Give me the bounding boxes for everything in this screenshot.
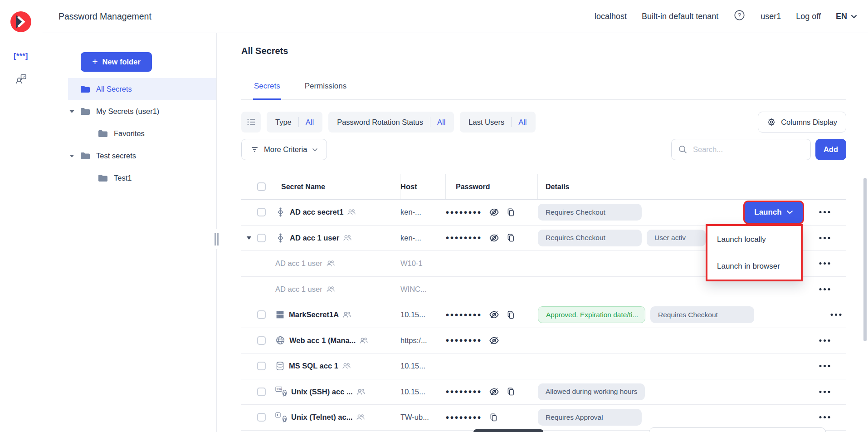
row-actions-menu-button[interactable] <box>827 310 845 319</box>
filter-icon <box>250 145 259 154</box>
user-help-icon[interactable]: ? <box>15 73 27 88</box>
secret-name[interactable]: AD acc 1 user <box>275 259 322 268</box>
copy-password-icon[interactable] <box>506 207 516 217</box>
column-header-secret-name[interactable]: Secret Name <box>275 174 400 199</box>
row-checkbox[interactable] <box>257 362 266 370</box>
column-header-host[interactable]: Host <box>400 174 446 199</box>
select-all-checkbox[interactable] <box>257 182 266 191</box>
row-expander-icon[interactable] <box>246 236 252 240</box>
launch-button[interactable]: Launch <box>745 202 803 223</box>
filter-value: All <box>306 118 314 127</box>
filter-value: All <box>437 118 445 127</box>
copy-password-icon[interactable] <box>506 310 516 320</box>
password-management-app: [***] ? Password Management localhost Bu… <box>0 0 868 432</box>
reveal-password-icon[interactable] <box>489 309 499 320</box>
row-checkbox[interactable] <box>257 413 266 422</box>
secret-name[interactable]: MS SQL acc 1 <box>289 362 338 370</box>
caret-down-icon[interactable] <box>68 110 80 113</box>
sidebar-item-label: Favorites <box>114 129 145 138</box>
language-selector[interactable]: EN <box>836 12 857 21</box>
row-actions-menu-button[interactable] <box>816 388 834 396</box>
new-folder-button[interactable]: + New folder <box>81 52 152 72</box>
sidebar-item-all-secrets[interactable]: All Secrets <box>68 78 216 100</box>
caret-down-icon[interactable] <box>68 154 80 158</box>
copy-password-icon[interactable] <box>489 412 498 422</box>
host-value: W10-1 <box>400 259 446 268</box>
copy-password-icon[interactable] <box>506 387 516 397</box>
divider <box>511 117 512 127</box>
secret-name[interactable]: Web acc 1 (Mana... <box>289 336 356 345</box>
row-checkbox[interactable] <box>257 208 266 216</box>
topbar: Password Management localhost Built-in d… <box>42 0 868 33</box>
search-icon <box>678 145 688 154</box>
help-icon[interactable]: ? <box>733 9 746 24</box>
filter-pill-last-users[interactable]: Last UsersAll <box>460 112 535 133</box>
row-actions-menu-button[interactable] <box>816 208 834 216</box>
tab-permissions[interactable]: Permissions <box>304 82 348 100</box>
sidebar-item-my-secrets-user1[interactable]: My Secrets (user1) <box>68 100 216 123</box>
row-actions-menu-button[interactable] <box>816 413 834 422</box>
filter-pill-password-rotation-status[interactable]: Password Rotation StatusAll <box>328 112 454 133</box>
secret-name[interactable]: AD acc 1 user <box>275 285 322 294</box>
filter-pill-type[interactable]: TypeAll <box>267 112 322 133</box>
menu-item-launch-locally[interactable]: Launch locally <box>707 226 801 253</box>
sidebar-item-favorites[interactable]: Favorites <box>68 123 216 145</box>
tab-secrets[interactable]: Secrets <box>253 82 281 100</box>
list-view-toggle[interactable] <box>241 112 261 133</box>
row-actions-menu-button[interactable] <box>816 285 834 294</box>
more-criteria-button[interactable]: More Criteria <box>241 139 327 160</box>
logoff-button[interactable]: Log off <box>796 12 821 21</box>
row-actions-menu-button[interactable] <box>816 234 834 242</box>
copy-password-icon[interactable] <box>506 233 516 243</box>
shared-users-icon <box>343 235 351 241</box>
host-value: https:/... <box>400 336 446 345</box>
horizontal-scrollbar-thumb[interactable] <box>473 429 543 432</box>
status-badge: User activ <box>647 230 706 246</box>
table-row: MarkSecret1A10.15...••••••••Approved. Ex… <box>241 302 846 328</box>
filter-label: Last Users <box>468 118 504 127</box>
reveal-password-icon[interactable] <box>489 207 499 217</box>
shared-users-icon <box>360 337 368 344</box>
svg-text:?: ? <box>23 75 25 79</box>
svg-text:SSH: SSH <box>277 388 282 391</box>
column-header-details[interactable]: Details <box>538 174 743 199</box>
row-checkbox[interactable] <box>257 388 266 396</box>
secret-name[interactable]: Unix (SSH) acc ... <box>291 388 353 396</box>
panel-resize-handle[interactable] <box>213 229 220 249</box>
columns-display-label: Columns Display <box>781 118 837 127</box>
host-value: 10.15... <box>400 362 446 370</box>
row-actions-menu-button[interactable] <box>816 336 834 345</box>
row-actions-menu-button[interactable] <box>816 362 834 370</box>
status-badge: Allowed during working hours <box>538 383 645 400</box>
host-value: ken-... <box>400 234 446 242</box>
sidebar-item-test-secrets[interactable]: Test secrets <box>68 145 216 167</box>
secret-name[interactable]: AD acc 1 user <box>290 234 339 242</box>
password-mask: •••••••• <box>446 387 482 396</box>
row-actions-menu-button[interactable] <box>816 259 834 268</box>
search-input[interactable] <box>692 145 804 154</box>
row-checkbox[interactable] <box>257 310 266 319</box>
column-header-password[interactable]: Password <box>446 174 538 199</box>
status-badge: Requires Checkout <box>650 306 754 323</box>
shared-users-icon <box>342 363 351 369</box>
password-module-icon[interactable]: [***] <box>14 52 28 60</box>
filter-label: Password Rotation Status <box>337 118 423 127</box>
row-checkbox[interactable] <box>257 234 266 242</box>
reveal-password-icon[interactable] <box>489 387 499 397</box>
reveal-password-icon[interactable] <box>489 335 499 346</box>
app-logo-icon[interactable] <box>10 11 31 32</box>
add-secret-button[interactable]: Add <box>815 139 846 160</box>
secret-name[interactable]: MarkSecret1A <box>289 310 339 319</box>
shared-users-icon <box>356 414 365 421</box>
vertical-scrollbar[interactable] <box>863 178 867 341</box>
row-checkbox[interactable] <box>257 336 266 345</box>
svg-text:?: ? <box>738 12 741 19</box>
secret-name[interactable]: AD acc secret1 <box>290 208 343 216</box>
reveal-password-icon[interactable] <box>489 233 499 243</box>
menu-item-launch-in-browser[interactable]: Launch in browser <box>707 253 801 280</box>
filter-label: Type <box>275 118 292 127</box>
sidebar-item-test1[interactable]: Test1 <box>68 167 216 189</box>
secret-name[interactable]: Unix (Telnet) ac... <box>291 413 352 422</box>
chevron-down-icon <box>851 15 857 19</box>
columns-display-button[interactable]: Columns Display <box>758 112 846 133</box>
